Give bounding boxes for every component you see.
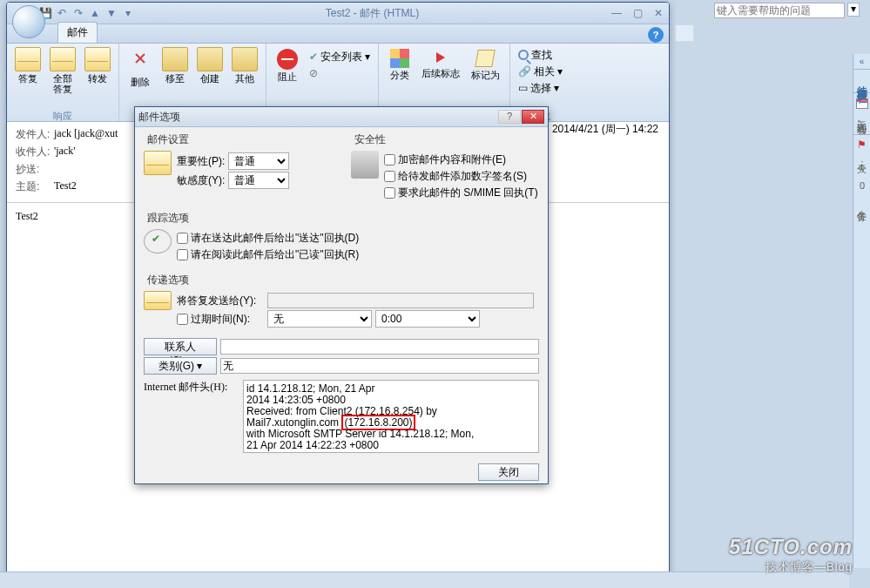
internet-headers[interactable]: id 14.1.218.12; Mon, 21 Apr 2014 14:23:0… (243, 380, 539, 453)
delete-button[interactable]: 删除 (125, 45, 156, 87)
create-button[interactable]: 创建 (194, 45, 226, 84)
cc-label: 抄送: (16, 162, 54, 177)
mail-titlebar: 💾 ↶ ↷ ▲ ▼ ▾ Test2 - 邮件 (HTML) — ▢ ✕ (7, 3, 669, 24)
sensitivity-label: 敏感度(Y): (177, 173, 225, 188)
not-junk-button[interactable]: ⊘ (307, 65, 373, 81)
watermark: 51CTO.com 技术博客—Blog (729, 535, 853, 575)
safe-lists-button[interactable]: ✔安全列表▾ (307, 49, 373, 64)
block-sender-button[interactable]: 阻止 (272, 45, 303, 82)
close-button[interactable]: ✕ (651, 7, 665, 19)
ribbon-tab-mail[interactable]: 邮件 (57, 22, 98, 43)
dialog-help-button[interactable]: ? (498, 110, 521, 124)
settings-legend: 邮件设置 (144, 132, 192, 147)
ribbon-group-respond-label: 响应 (12, 109, 113, 121)
delivery-receipt-checkbox[interactable]: 请在送达此邮件后给出"送达"回执(D) (177, 231, 359, 246)
contacts-input[interactable] (220, 339, 539, 355)
categorize-button[interactable]: 分类 (384, 45, 415, 80)
undo-icon[interactable]: ↶ (55, 6, 69, 20)
expire-date-select[interactable]: 无 (267, 310, 372, 328)
tracking-icon: ✔ (144, 229, 172, 253)
followup-button[interactable]: 后续标志 (419, 45, 462, 78)
settings-icon (144, 151, 172, 175)
today-tasks-text: 今天: 0 个任务 (855, 156, 868, 206)
find-button[interactable]: 查找 (516, 47, 565, 63)
to-value: 'jack' (54, 145, 75, 159)
reply-all-button[interactable]: 全部 答复 (47, 45, 78, 94)
contacts-button[interactable]: 联系人(C)... (144, 338, 217, 355)
related-button[interactable]: 🔗相关▾ (516, 64, 565, 79)
dialog-title: 邮件选项 (138, 110, 498, 125)
security-legend: 安全性 (351, 132, 389, 147)
replyto-input[interactable] (267, 293, 534, 308)
calendar-icon[interactable] (856, 98, 868, 109)
mail-date: 2014/4/21 (周一) 14:22 (552, 122, 658, 137)
dialog-close-button[interactable]: 关闭 (478, 463, 539, 481)
categories-button[interactable]: 类别(G) ▾ (144, 357, 217, 375)
help-button[interactable] (675, 24, 694, 42)
from-value: jack [jack@xut (54, 127, 118, 142)
flag-icon: ⚑ (853, 139, 870, 151)
tracking-legend: 跟踪选项 (144, 211, 192, 226)
message-options-dialog: 邮件选项 ? ✕ 邮件设置 重要性(P): 普通 敏感度(Y): 普通 (134, 106, 549, 484)
reply-button[interactable]: 答复 (12, 45, 44, 84)
other-actions-button[interactable]: 其他 (229, 45, 260, 84)
encrypt-checkbox[interactable]: 加密邮件内容和附件(E) (384, 152, 506, 167)
help-search-input[interactable] (714, 3, 845, 18)
redo-icon[interactable]: ↷ (71, 6, 85, 20)
sign-checkbox[interactable]: 给待发邮件添加数字签名(S) (384, 169, 527, 184)
smime-checkbox[interactable]: 要求此邮件的 S/MIME 回执(T) (384, 186, 538, 200)
next-icon[interactable]: ▼ (105, 6, 118, 20)
todo-bar: « 待办事项栏 无近期约会。 ⚑ 今天: 0 个任务 (853, 54, 870, 568)
categories-input[interactable] (220, 358, 539, 374)
headers-label: Internet 邮件头(H): (144, 380, 239, 395)
mail-window-title: Test2 - 邮件 (HTML) (135, 6, 610, 21)
office-button[interactable] (12, 5, 45, 38)
delivery-icon (144, 291, 172, 310)
help-search-dropdown[interactable]: ▾ (847, 3, 860, 17)
subject-value: Test2 (54, 179, 77, 194)
expire-checkbox[interactable]: 过期时间(N): (177, 312, 264, 327)
qat-dropdown[interactable]: ▾ (121, 6, 135, 20)
status-bar (0, 571, 849, 588)
read-receipt-checkbox[interactable]: 请在阅读此邮件后给出"已读"回执(R) (177, 247, 359, 262)
select-button[interactable]: ▭选择▾ (516, 80, 565, 96)
move-button[interactable]: 移至 (159, 45, 191, 84)
minimize-button[interactable]: — (610, 7, 624, 19)
prev-icon[interactable]: ▲ (88, 6, 102, 20)
ribbon-group-respond: 答复 全部 答复 转发 响应 (7, 44, 119, 121)
todo-bar-toggle[interactable]: « (853, 54, 870, 70)
ribbon-help-button[interactable]: ? (648, 27, 664, 43)
todo-bar-title: 待办事项栏 (854, 77, 869, 85)
importance-label: 重要性(P): (177, 154, 225, 169)
sensitivity-select[interactable]: 普通 (228, 172, 289, 189)
maximize-button[interactable]: ▢ (631, 7, 644, 19)
importance-select[interactable]: 普通 (228, 152, 289, 170)
replyto-label: 将答复发送给(Y): (177, 294, 264, 308)
from-label: 发件人: (16, 127, 54, 142)
dialog-close-x[interactable]: ✕ (522, 110, 544, 124)
forward-button[interactable]: 转发 (82, 45, 113, 84)
subject-label: 主题: (16, 179, 54, 194)
mark-as-button[interactable]: 标记为 (466, 45, 504, 80)
to-label: 收件人: (16, 145, 54, 159)
security-icon (351, 151, 379, 179)
delivery-legend: 传递选项 (144, 273, 192, 287)
no-appointments-text: 无近期约会。 (855, 114, 868, 129)
expire-time-select[interactable]: 0:00 (375, 310, 480, 328)
